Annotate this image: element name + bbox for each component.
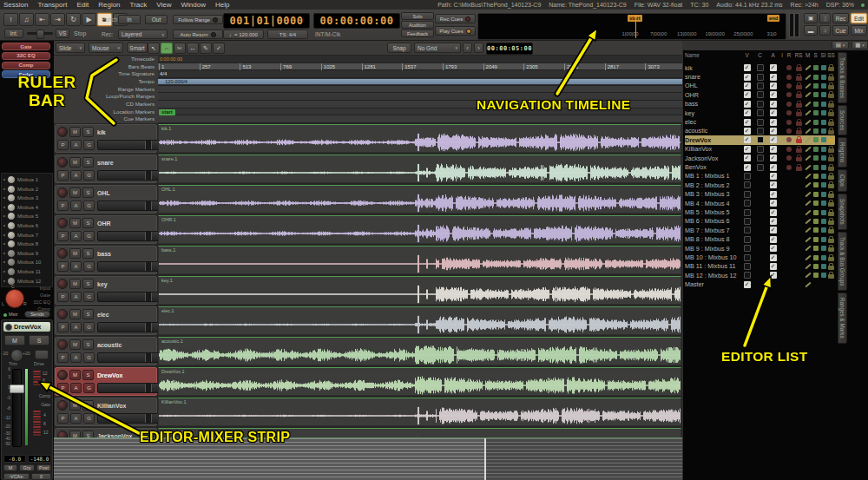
checkbox-checked[interactable]: ✓ — [770, 236, 777, 243]
grid-mode-dropdown[interactable]: No Grid▾ — [414, 43, 461, 53]
smart-mode-button[interactable]: Smart — [127, 43, 148, 53]
checkbox-unchecked[interactable] — [757, 101, 764, 108]
trim-knob[interactable] — [10, 349, 23, 362]
group-button[interactable]: G — [83, 413, 95, 424]
tempo-button[interactable]: ♩= 120.000 — [223, 30, 264, 39]
mute-button[interactable]: M — [69, 157, 81, 168]
processor-comp[interactable]: Comp — [2, 62, 50, 69]
checkbox-unchecked[interactable] — [744, 218, 751, 225]
shuttle-handle[interactable] — [36, 30, 44, 39]
mute-button[interactable]: M — [69, 400, 81, 411]
channel-fader-track[interactable] — [12, 369, 22, 447]
editor-list-row-killianvox[interactable]: KillianVox✓✓ — [685, 145, 835, 154]
checkbox-checked[interactable]: ✓ — [744, 91, 751, 98]
editor-list-row-mb-10-mixbus-10[interactable]: MB 10 : Mixbus 10✓ — [685, 253, 835, 261]
editor-list-row-mb-1-mixbus-1[interactable]: MB 1 : Mixbus 1✓ — [685, 172, 835, 181]
record-enable-button[interactable] — [57, 127, 68, 137]
mute-button[interactable]: M — [69, 339, 81, 350]
checkbox-unchecked[interactable] — [757, 146, 764, 153]
playlist-button[interactable]: P — [57, 231, 69, 241]
tab-ranges-marks[interactable]: Ranges & Marks — [838, 293, 847, 344]
send-knob[interactable] — [7, 267, 16, 276]
location-marker-start[interactable]: start — [159, 109, 175, 115]
record-enable-button[interactable] — [57, 370, 68, 380]
snap-button[interactable]: Snap — [387, 43, 411, 53]
playlist-button[interactable]: P — [57, 292, 69, 302]
checkbox-checked[interactable]: ✓ — [770, 64, 777, 71]
send-knob[interactable] — [7, 249, 16, 258]
playlist-button[interactable]: P — [57, 140, 69, 150]
automation-button[interactable]: A — [70, 322, 82, 332]
send-knob[interactable] — [7, 185, 16, 194]
automation-button[interactable]: A — [70, 352, 82, 363]
mute-button[interactable]: M — [69, 279, 81, 289]
processor-gate[interactable]: Gate — [2, 43, 50, 50]
send-mixbus-9[interactable]: Mixbus 9 — [3, 249, 52, 258]
solo-button[interactable]: S — [82, 248, 94, 259]
zero-button[interactable]: 0 — [31, 473, 51, 480]
checkbox-checked[interactable]: ✓ — [770, 263, 777, 270]
track-header-bass[interactable]: MSbassPAG — [55, 246, 157, 274]
automation-button[interactable]: A — [70, 170, 82, 181]
checkbox-unchecked[interactable] — [744, 254, 751, 261]
checkbox-checked[interactable]: ✓ — [770, 245, 777, 252]
tab-regions[interactable]: Regions — [838, 137, 847, 168]
record-enable-button[interactable] — [57, 279, 68, 289]
cue-page-button[interactable]: Cue — [832, 25, 849, 36]
menu-transport[interactable]: Transport — [37, 1, 67, 9]
editor-list-row-mb-8-mixbus-8[interactable]: MB 8 : Mixbus 8✓ — [685, 235, 835, 244]
editor-list-row-mb-9-mixbus-9[interactable]: MB 9 : Mixbus 9✓ — [685, 244, 835, 253]
layout-4-button[interactable]: 4 — [819, 25, 831, 36]
record-enable-button[interactable] — [57, 218, 68, 228]
checkbox-unchecked[interactable] — [744, 272, 751, 279]
ruler-lane-range-markers[interactable] — [158, 86, 682, 94]
nudge-back-button[interactable]: ‹ — [463, 43, 472, 53]
checkbox-unchecked[interactable] — [744, 263, 751, 270]
group-button[interactable]: G — [83, 261, 95, 272]
checkbox-checked[interactable]: ✓ — [770, 181, 777, 188]
auto-return-button[interactable]: Auto Return — [173, 30, 223, 39]
track-header-key[interactable]: MSkeyPAG — [55, 276, 157, 305]
region-kik-1[interactable]: kik.1 — [158, 124, 681, 153]
send-mixbus-4[interactable]: Mixbus 4 — [3, 203, 52, 212]
punch-in-button[interactable]: In — [118, 15, 141, 24]
channel-name[interactable]: DrewVox — [3, 322, 50, 332]
solo-global-button[interactable]: Solo — [401, 12, 434, 20]
checkbox-checked[interactable]: ✓ — [770, 128, 777, 135]
track-gain-fader[interactable] — [97, 352, 161, 363]
group-button[interactable]: G — [83, 170, 95, 181]
solo-button[interactable]: S — [82, 127, 94, 137]
edit-point-tool[interactable]: ✓ — [213, 43, 225, 54]
record-enable-button[interactable] — [57, 248, 68, 259]
playlist-button[interactable]: P — [57, 170, 69, 181]
track-header-snare[interactable]: MSsnarePAG — [55, 155, 157, 183]
editor-list-row-drewvox[interactable]: DrewVox✓✓ — [685, 135, 835, 144]
editor-list-row-mb-4-mixbus-4[interactable]: MB 4 : Mixbus 4✓ — [685, 199, 835, 207]
checkbox-filled[interactable] — [757, 136, 764, 143]
strip-layout-icon[interactable]: ▬ — [804, 25, 818, 36]
checkbox-checked[interactable]: ✓ — [770, 101, 777, 108]
editor-list-row-kik[interactable]: kik✓✓ — [685, 63, 835, 72]
tab-clips[interactable]: Clips — [838, 169, 847, 192]
editor-list-row-ohl[interactable]: OHL✓✓ — [685, 82, 835, 90]
editor-list-row-acoustic[interactable]: acoustic✓✓ — [685, 127, 835, 135]
checkbox-checked[interactable]: ✓ — [744, 128, 751, 135]
checkbox-unchecked[interactable] — [757, 91, 764, 98]
track-height-dropdown[interactable]: ▤▾ — [832, 41, 849, 49]
automation-button[interactable]: A — [70, 140, 82, 150]
tempo-marker[interactable]: 120.000/4 — [158, 79, 682, 84]
checkbox-checked[interactable]: ✓ — [770, 209, 777, 216]
checkbox-unchecked[interactable] — [757, 119, 764, 126]
checkbox-unchecked[interactable] — [744, 181, 751, 188]
window-layout-icon[interactable]: ▣ — [804, 13, 818, 23]
region-bass-1[interactable]: bass.1 — [158, 246, 681, 274]
rec-cues-button[interactable]: Rec Cues — [435, 14, 476, 23]
automation-button[interactable]: A — [70, 383, 82, 393]
send-mixbus-10[interactable]: Mixbus 10 — [3, 258, 52, 266]
solo-button[interactable]: S — [82, 400, 94, 411]
checkbox-checked[interactable]: ✓ — [770, 109, 777, 116]
editor-list-row-mb-6-mixbus-6[interactable]: MB 6 : Mixbus 6✓ — [685, 217, 835, 226]
automation-button[interactable]: A — [70, 261, 82, 272]
track-header-elec[interactable]: MSelecPAG — [55, 306, 157, 335]
playlist-button[interactable]: P — [57, 261, 69, 272]
